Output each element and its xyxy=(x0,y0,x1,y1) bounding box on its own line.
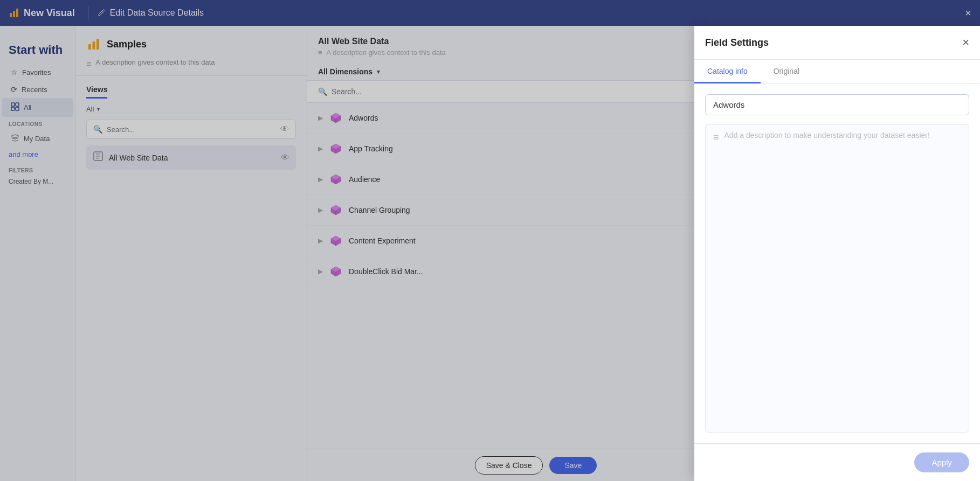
field-name-input[interactable] xyxy=(705,94,969,115)
modal-title: Field Settings xyxy=(705,37,769,48)
tab-original[interactable]: Original xyxy=(761,60,812,83)
desc-lines-icon: ≡ xyxy=(713,132,719,143)
modal-header: Field Settings × xyxy=(694,26,980,60)
field-settings-modal: Field Settings × Catalog info Original ≡… xyxy=(694,26,980,481)
modal-footer: Apply xyxy=(694,443,980,481)
description-placeholder-text: Add a description to make understanding … xyxy=(724,131,930,140)
tab-catalog-info[interactable]: Catalog info xyxy=(694,60,761,83)
apply-button[interactable]: Apply xyxy=(914,452,969,472)
modal-tabs: Catalog info Original xyxy=(694,60,980,83)
description-box: ≡ Add a description to make understandin… xyxy=(705,124,969,433)
modal-body: ≡ Add a description to make understandin… xyxy=(694,83,980,443)
modal-close-button[interactable]: × xyxy=(962,36,969,50)
